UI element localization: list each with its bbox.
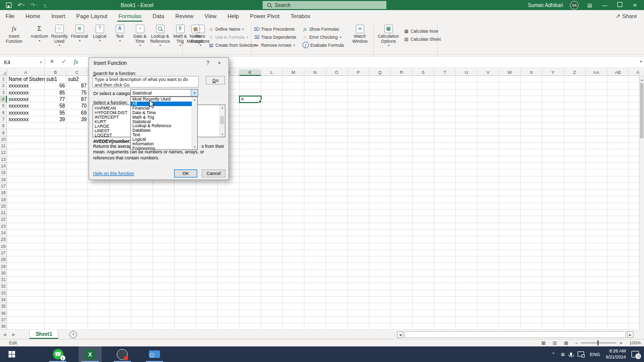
scroll-right-icon[interactable]: ▶ [627, 331, 633, 338]
zoom-slider-handle[interactable] [597, 340, 599, 345]
row-header-25[interactable]: 25 [0, 236, 7, 243]
define-name-button[interactable]: ◇ Define Name▾ [207, 25, 258, 33]
financial-button[interactable]: ≣ Financial▾ [69, 23, 90, 42]
taskbar-obs[interactable] [111, 346, 134, 362]
cancel-entry-icon[interactable]: ✕ [47, 58, 56, 65]
row-header-21[interactable]: 21 [0, 210, 7, 216]
row-header-8[interactable]: 8 [0, 123, 7, 129]
row-header-27[interactable]: 27 [0, 250, 7, 256]
column-header-U[interactable]: U [456, 69, 477, 76]
cell-A3[interactable]: xxxxxxxx [7, 89, 45, 96]
evaluate-formula-button[interactable]: f Evaluate Formula [301, 41, 346, 49]
row-header-22[interactable]: 22 [0, 216, 7, 223]
cell-A2[interactable]: xxxxxxxx [7, 82, 45, 89]
column-header-T[interactable]: T [434, 69, 456, 76]
cell-A5[interactable]: xxxxxxxx [7, 103, 45, 109]
column-header-B[interactable]: B [45, 69, 66, 76]
ribbon-display-options-icon[interactable]: ▤ [586, 3, 594, 8]
notification-center-icon[interactable]: 13 [631, 351, 639, 357]
row-header-11[interactable]: 11 [0, 143, 7, 149]
row-header-30[interactable]: 30 [0, 270, 7, 277]
row-header-6[interactable]: 6 [0, 110, 7, 116]
save-icon[interactable] [4, 3, 14, 8]
language-indicator[interactable]: ENG [590, 351, 600, 357]
row-header-31[interactable]: 31 [0, 277, 7, 283]
column-header-K[interactable]: K [239, 69, 261, 76]
taskbar-projector[interactable] [143, 346, 166, 362]
column-header-R[interactable]: R [391, 69, 413, 76]
cell-C7[interactable]: 39 [66, 116, 88, 123]
column-header-O[interactable]: O [326, 69, 348, 76]
cell-C2[interactable]: 87 [66, 82, 88, 89]
category-dropdown-arrow-icon[interactable]: ▾ [191, 89, 198, 96]
function-scroll-thumb[interactable] [220, 116, 224, 124]
cell-B4[interactable]: 77 [45, 96, 66, 103]
scroll-left-icon[interactable]: ◀ [397, 331, 404, 338]
column-header-P[interactable]: P [348, 69, 369, 76]
column-header-S[interactable]: S [413, 69, 434, 76]
tab-review[interactable]: Review [170, 10, 199, 22]
row-header-34[interactable]: 34 [0, 297, 7, 303]
cell-B7[interactable]: 39 [45, 116, 66, 123]
dialog-help-icon[interactable]: ? [202, 60, 213, 66]
cell-A7[interactable]: xxxxxxxx [7, 116, 45, 123]
trace-dependents-button[interactable]: ⌧ Trace Dependents [253, 33, 298, 41]
scroll-down-icon[interactable]: ▼ [220, 132, 225, 137]
cell-C3[interactable]: 75 [66, 89, 88, 96]
category-list-scrollbar[interactable]: ▲ ▼ [192, 97, 197, 149]
cell-B5[interactable]: 58 [45, 103, 66, 109]
insert-function-fx-icon[interactable]: fx [71, 58, 80, 66]
tab-power-pivot[interactable]: Power Pivot [245, 10, 285, 22]
cell-B6[interactable]: 95 [45, 110, 66, 116]
cell-A1[interactable]: Name of Studen [7, 76, 45, 82]
column-header-X[interactable]: X [521, 69, 542, 76]
tab-view[interactable]: View [199, 10, 222, 22]
column-header-AA[interactable]: AA [586, 69, 607, 76]
recently-used-button[interactable]: ☆ Recently Used▾ [49, 23, 69, 47]
row-header-5[interactable]: 5 [0, 103, 7, 109]
vertical-scrollbar[interactable]: ▲ [639, 69, 644, 330]
category-option-most-recently-used[interactable]: Most Recently Used [131, 97, 192, 102]
calculate-sheet-button[interactable]: ▧ Calculate Sheet [402, 35, 442, 43]
cell-B2[interactable]: 66 [45, 82, 66, 89]
formula-bar-splitter[interactable]: ⋮ [42, 59, 47, 64]
tab-terabox[interactable]: Terabox [285, 10, 316, 22]
tab-help[interactable]: Help [222, 10, 245, 22]
row-header-10[interactable]: 10 [0, 136, 7, 143]
sheet-next-icon[interactable]: ▶ [9, 332, 18, 337]
undo-icon[interactable]: ↶˅ [16, 2, 27, 9]
tab-home[interactable]: Home [20, 10, 46, 22]
row-header-18[interactable]: 18 [0, 190, 7, 196]
restore-icon[interactable] [616, 2, 624, 8]
new-sheet-icon[interactable]: + [69, 331, 77, 338]
dialog-title-bar[interactable]: Insert Function ? × [89, 58, 228, 68]
close-icon[interactable]: ✕ [631, 3, 639, 8]
select-all-corner[interactable] [0, 69, 7, 76]
avatar[interactable]: SA [570, 1, 579, 10]
row-header-36[interactable]: 36 [0, 310, 7, 317]
row-header-16[interactable]: 16 [0, 176, 7, 183]
tab-file[interactable]: File [0, 10, 20, 22]
row-header-20[interactable]: 20 [0, 203, 7, 210]
cell-C6[interactable]: 69 [66, 110, 88, 116]
page-break-view-icon[interactable]: ▩ [564, 340, 569, 345]
sheet-prev-icon[interactable]: ◀ [0, 332, 9, 337]
category-options-list[interactable]: Most Recently UsedAllFinancialDate & Tim… [130, 97, 198, 150]
tablet-mode-icon[interactable]: ⊞ [561, 352, 565, 357]
zoom-level[interactable]: 100% [629, 340, 641, 345]
column-header-AC[interactable]: AC [629, 69, 639, 76]
selected-cell-K4[interactable]: = [239, 96, 262, 103]
row-header-29[interactable]: 29 [0, 263, 7, 269]
column-header-W[interactable]: W [499, 69, 521, 76]
row-header-2[interactable]: 2 [0, 82, 7, 89]
customize-qat-icon[interactable]: =̲ [41, 3, 48, 8]
watch-window-button[interactable]: ∞ Watch Window [348, 23, 371, 44]
dialog-close-icon[interactable]: × [213, 60, 225, 66]
enter-entry-icon[interactable]: ✓ [59, 58, 68, 65]
cell-C1[interactable]: sub2 [66, 76, 88, 82]
scroll-up-icon[interactable]: ▲ [639, 76, 644, 83]
microphone-icon[interactable] [570, 351, 572, 357]
name-box[interactable]: K4 ▾ [0, 57, 45, 68]
row-header-3[interactable]: 3 [0, 89, 7, 96]
taskbar-whatsapp[interactable]: ☎ 1 [46, 346, 69, 362]
